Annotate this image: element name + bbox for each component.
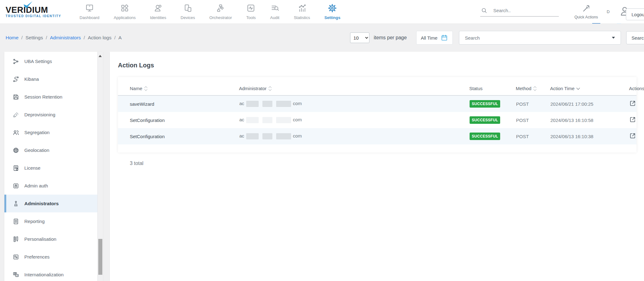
magic-wand-icon <box>582 4 590 13</box>
search-button[interactable]: Search <box>626 31 644 44</box>
sort-icons <box>269 87 271 90</box>
status-badge: SUCCESSFUL <box>470 116 500 124</box>
action-logs-panel: Action Logs Name Administrator Status Me… <box>110 52 644 281</box>
redacted-block <box>246 133 259 139</box>
logout-button[interactable]: Logout <box>626 8 644 20</box>
sort-by-name[interactable]: Name <box>130 86 147 91</box>
table-controls: 10 items per page All Time Search <box>350 31 621 45</box>
translate-icon: A <box>12 271 19 278</box>
toolbar: Home / Settings / Administrators / Actio… <box>0 24 644 52</box>
nav-orchestrator[interactable]: Orchestrator <box>202 0 239 23</box>
column-actions: Actions <box>629 86 644 91</box>
app-header: VERIDIUM TRUSTED DIGITAL IDENTITY Dashbo… <box>0 0 644 24</box>
log-method: POST <box>516 128 550 144</box>
nav-dashboard[interactable]: Dashboard <box>72 0 107 23</box>
breadcrumb-home[interactable]: Home <box>6 35 18 41</box>
breadcrumb: Home / Settings / Administrators / Actio… <box>6 35 122 41</box>
logo-check-icon <box>23 1 34 10</box>
log-name: SetConfiguration <box>118 112 239 128</box>
admin-text: com <box>293 133 302 138</box>
sidebar-item-uba-settings[interactable]: UBA Settings <box>4 52 103 70</box>
nav-applications[interactable]: Applications <box>107 0 143 23</box>
sidebar-item-deprovisioning[interactable]: Deprovisioning <box>4 106 103 124</box>
table-row: SetConfiguration accom SUCCESSFUL POST 2… <box>118 128 637 144</box>
veridium-logo: VERIDIUM TRUSTED DIGITAL IDENTITY <box>6 6 62 18</box>
redacted-block <box>262 101 272 107</box>
sidebar-item-kibana[interactable]: Kibana <box>4 70 103 88</box>
sidebar-item-geolocation[interactable]: Geolocation <box>4 141 103 159</box>
breadcrumb-current: A <box>119 35 122 41</box>
global-search-input[interactable] <box>493 7 559 13</box>
orchestrator-icon <box>216 3 225 14</box>
users-icon <box>12 129 19 136</box>
sort-by-method[interactable]: Method <box>516 86 536 91</box>
nav-devices[interactable]: Devices <box>173 0 202 23</box>
redacted-block <box>276 101 291 107</box>
breadcrumb-action-logs: Action logs <box>88 35 111 41</box>
search-icon <box>481 7 488 14</box>
content: UBA Settings Kibana Session Retention De… <box>0 52 644 281</box>
column-status: Status <box>469 86 483 91</box>
items-per-page-label: items per page <box>374 35 407 41</box>
sidebar-item-personalisation[interactable]: Personalisation <box>4 230 103 248</box>
log-name: SetConfiguration <box>118 128 239 144</box>
log-action-time: 2024/06/21 17:00:25 <box>550 95 629 112</box>
sidebar-item-internationalization[interactable]: A Internationalization <box>4 266 103 281</box>
sliders-icon <box>12 254 19 260</box>
nav-tools[interactable]: Tools <box>239 0 263 23</box>
log-name: saveWizard <box>118 95 239 112</box>
redacted-block <box>262 133 272 139</box>
global-search <box>480 7 559 17</box>
nav-settings[interactable]: Settings <box>317 0 348 23</box>
time-filter-button[interactable]: All Time <box>416 31 453 45</box>
sort-desc-icon <box>577 86 580 90</box>
log-action-time: 2024/06/13 16:10:58 <box>550 112 629 128</box>
sidebar-item-admin-auth[interactable]: Admin auth <box>4 177 103 195</box>
page-title: Action Logs <box>118 62 637 69</box>
quick-actions-button[interactable]: Quick Actions <box>574 4 598 19</box>
license-doc-icon <box>12 165 19 172</box>
sidebar-item-reporting[interactable]: Reporting <box>4 212 103 230</box>
table-row: saveWizard accom SUCCESSFUL POST 2024/06… <box>118 95 637 112</box>
open-log-icon[interactable] <box>629 133 636 139</box>
sidebar-item-administrators[interactable]: Administrators <box>4 195 103 212</box>
admin-text: com <box>293 117 302 122</box>
brand-text: VERIDIUM <box>6 6 62 14</box>
save-icon <box>12 94 19 100</box>
settings-gear-icon <box>328 3 337 14</box>
action-logs-table: Name Administrator Status Method Action … <box>118 81 637 144</box>
svg-text:A: A <box>17 274 18 276</box>
search-field-select[interactable]: Search <box>459 31 621 45</box>
nav-audit[interactable]: Audit <box>263 0 287 23</box>
scroll-up-arrow[interactable] <box>99 55 102 57</box>
sidebar-item-segregation[interactable]: Segregation <box>4 124 103 141</box>
sidebar-item-license[interactable]: License <box>4 159 103 177</box>
log-method: POST <box>516 112 550 128</box>
sidebar-scrollbar[interactable] <box>97 52 103 281</box>
log-administrator: accom <box>239 112 469 128</box>
breadcrumb-settings: Settings <box>26 35 43 41</box>
open-log-icon[interactable] <box>629 100 636 107</box>
sort-icons <box>534 87 536 90</box>
sort-by-action-time[interactable]: Action Time <box>550 86 579 91</box>
sort-by-administrator[interactable]: Administrator <box>239 86 271 91</box>
breadcrumb-administrators[interactable]: Administrators <box>50 35 81 41</box>
report-icon <box>12 218 19 225</box>
status-badge: SUCCESSFUL <box>470 100 500 108</box>
open-log-icon[interactable] <box>629 116 636 123</box>
sort-icons <box>145 87 147 90</box>
scrollbar-thumb[interactable] <box>98 239 102 275</box>
nav-statistics[interactable]: Statistics <box>287 0 317 23</box>
log-administrator: accom <box>239 128 469 144</box>
calendar-icon <box>441 34 448 41</box>
total-count: 3 total <box>130 161 637 166</box>
sidebar-item-preferences[interactable]: Preferences <box>4 248 103 266</box>
admin-text: ac <box>239 117 244 122</box>
nav-identities[interactable]: Identities <box>143 0 173 23</box>
sidebar-item-session-retention[interactable]: Session Retention <box>4 88 103 106</box>
log-action-time: 2024/06/13 16:10:38 <box>550 128 629 144</box>
redacted-block <box>246 117 259 123</box>
dashboard-icon <box>85 3 94 14</box>
page-size-select[interactable]: 10 <box>350 32 369 43</box>
header-right: Quick Actions D <box>480 4 644 19</box>
